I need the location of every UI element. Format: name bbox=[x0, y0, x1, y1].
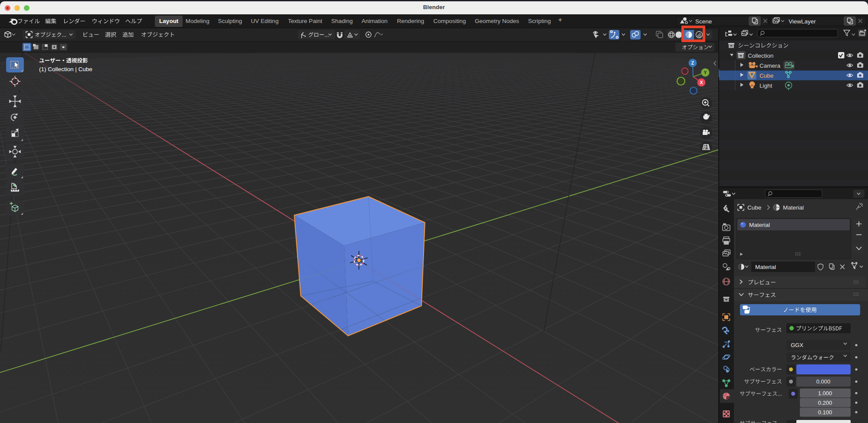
svg-text:ViewLayer: ViewLayer bbox=[789, 18, 816, 25]
svg-text:Z: Z bbox=[691, 60, 694, 66]
svg-text:GGX: GGX bbox=[791, 342, 803, 348]
svg-text:Material: Material bbox=[783, 204, 804, 211]
svg-text:0.200: 0.200 bbox=[818, 400, 832, 406]
svg-text:Y: Y bbox=[704, 70, 707, 75]
svg-text:X: X bbox=[700, 80, 703, 85]
svg-text:Scene: Scene bbox=[695, 18, 712, 25]
svg-text:Camera: Camera bbox=[760, 62, 781, 69]
svg-text:0.000: 0.000 bbox=[816, 378, 831, 385]
svg-text:Material: Material bbox=[749, 222, 770, 228]
svg-text:(1) Collection | Cube: (1) Collection | Cube bbox=[39, 66, 92, 72]
svg-text:0.100: 0.100 bbox=[818, 409, 832, 416]
svg-text:Material: Material bbox=[755, 264, 776, 270]
svg-text:Collection: Collection bbox=[748, 52, 773, 59]
svg-text:Cube: Cube bbox=[747, 204, 761, 211]
svg-text:Cube: Cube bbox=[760, 72, 773, 79]
svg-text:1.000: 1.000 bbox=[818, 390, 832, 397]
svg-text:Light: Light bbox=[760, 82, 773, 89]
